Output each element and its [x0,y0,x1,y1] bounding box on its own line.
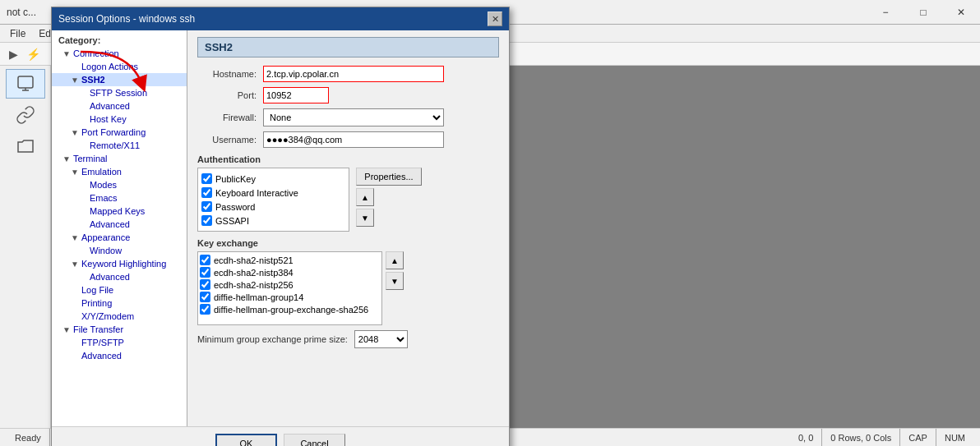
tree-label-terminal: Terminal [73,154,108,163]
tree-item-host-key[interactable]: Host Key [52,113,187,126]
ok-button[interactable]: OK [215,434,277,446]
auth-password: Password [201,200,345,214]
auth-publickey: PublicKey [201,172,345,186]
tree-item-port-forwarding[interactable]: ▼Port Forwarding [52,126,187,139]
toolbar-btn-2[interactable]: ⚡ [23,45,43,63]
status-rows-cols: 0 Rows, 0 Cols [822,429,900,446]
app-close-button[interactable]: ✕ [942,0,980,25]
keyex-nistp384-checkbox[interactable] [200,267,210,278]
keyex-nistp521-checkbox[interactable] [200,255,210,265]
tree-item-advanced-ft[interactable]: Advanced [52,349,187,362]
category-label: Category: [52,34,187,47]
keyex-nistp256-checkbox[interactable] [200,279,210,290]
auth-gssapi: GSSAPI [201,214,345,228]
app-title: not c... [7,7,36,18]
tree-toggle-keyword-highlighting: ▼ [68,260,81,269]
port-input[interactable] [263,87,329,103]
tree-item-xy-zmodem[interactable]: X/Y/Zmodem [52,310,187,323]
tree-label-window: Window [90,246,122,255]
keyex-dh-group14-checkbox[interactable] [200,292,210,302]
minimize-button[interactable]: − [867,0,904,25]
keyex-dh-group14: diffie-hellman-group14 [200,291,380,303]
tree-item-mapped-keys[interactable]: Mapped Keys [52,205,187,218]
tree-label-sftp-session: SFTP Session [90,88,147,98]
settings-panel: SSH2 Hostname: Port: Firewall: None User… [187,30,509,426]
svg-rect-0 [18,76,33,88]
folder-icon[interactable] [6,131,45,161]
toolbar-btn-1[interactable]: ▶ [3,45,23,63]
tree-label-connection: Connection [73,48,119,58]
tree-item-advanced-terminal[interactable]: Advanced [52,218,187,231]
tree-label-advanced-ft: Advanced [81,351,122,361]
scroll-down-button[interactable]: ▼ [356,209,374,227]
sessions-icon[interactable] [6,69,45,99]
tree-label-ftp-sftp: FTP/SFTP [81,338,124,347]
port-row: Port: [197,87,499,103]
authentication-title: Authentication [197,154,499,164]
tree-item-logon-actions[interactable]: Logon Actions [52,60,187,73]
tree-label-host-key: Host Key [90,114,127,124]
tree-item-keyword-highlighting[interactable]: ▼Keyword Highlighting [52,257,187,270]
tree-item-terminal[interactable]: ▼Terminal [52,152,187,165]
tree-item-file-transfer[interactable]: ▼File Transfer [52,323,187,336]
tree-item-printing[interactable]: Printing [52,297,187,310]
auth-keyboard-checkbox[interactable] [201,187,212,198]
hostname-row: Hostname: [197,66,499,82]
properties-button[interactable]: Properties... [356,168,422,186]
tree-label-advanced-ssh2: Advanced [90,101,130,111]
tree-label-advanced-keyword: Advanced [90,272,130,282]
tree-toggle-file-transfer: ▼ [60,325,73,334]
firewall-row: Firewall: None [197,108,499,126]
tree-item-modes[interactable]: Modes [52,178,187,191]
keyex-list: ecdh-sha2-nistp521 ecdh-sha2-nistp384 ec… [197,251,382,325]
keyex-scroll-down[interactable]: ▼ [386,272,404,290]
scroll-up-button[interactable]: ▲ [356,188,374,206]
hostname-label: Hostname: [197,69,263,79]
tree-toggle-terminal: ▼ [60,154,73,163]
tree-item-emacs[interactable]: Emacs [52,191,187,205]
auth-gssapi-checkbox[interactable] [201,215,212,226]
tree-toggle-connection: ▼ [60,49,73,58]
firewall-select[interactable]: None [263,108,444,126]
tree-item-ssh2[interactable]: ▼SSH2 [52,73,187,86]
menu-file[interactable]: File [3,26,32,41]
auth-password-checkbox[interactable] [201,201,212,212]
tree-item-window[interactable]: Window [52,244,187,257]
tree-toggle-ssh2: ▼ [68,76,81,85]
tree-label-modes: Modes [90,180,117,190]
tree-item-ftp-sftp[interactable]: FTP/SFTP [52,336,187,349]
prime-label: Minimum group exchange prime size: [197,334,348,344]
prime-select[interactable]: 2048 [354,330,408,348]
tree-label-log-file: Log File [81,285,113,295]
tree-label-appearance: Appearance [81,232,130,242]
auth-controls: Properties... ▲ ▼ [356,168,422,232]
tree-item-remote-x11[interactable]: Remote/X11 [52,139,187,152]
tree-item-sftp-session[interactable]: SFTP Session [52,86,187,99]
tree-item-connection[interactable]: ▼Connection [52,47,187,60]
tree-item-advanced-keyword[interactable]: Advanced [52,270,187,283]
tree-label-port-forwarding: Port Forwarding [81,127,146,137]
tree-item-advanced-ssh2[interactable]: Advanced [52,99,187,113]
username-input[interactable] [263,131,444,148]
tree-item-appearance[interactable]: ▼Appearance [52,231,187,244]
tree-item-emulation[interactable]: ▼Emulation [52,165,187,178]
cancel-button[interactable]: Cancel [284,434,345,446]
tree-label-xy-zmodem: X/Y/Zmodem [81,311,134,321]
maximize-button[interactable]: □ [904,0,942,25]
authentication-section: PublicKey Keyboard Interactive Password … [197,168,499,232]
tree-item-log-file[interactable]: Log File [52,283,187,297]
dialog-title: Session Options - windows ssh [58,13,195,25]
hostname-input[interactable] [263,66,444,82]
auth-publickey-checkbox[interactable] [201,173,212,184]
keyex-scroll-up[interactable]: ▲ [386,251,404,269]
auth-list: PublicKey Keyboard Interactive Password … [197,168,349,232]
tree-label-mapped-keys: Mapped Keys [90,206,145,216]
keyex-scroll-controls: ▲ ▼ [386,251,404,325]
keyex-nistp384: ecdh-sha2-nistp384 [200,266,380,278]
dialog-close-button[interactable]: ✕ [488,11,502,26]
link-icon[interactable] [6,100,45,130]
keyex-dh-group-exchange-checkbox[interactable] [200,304,210,315]
keyex-nistp256: ecdh-sha2-nistp256 [200,278,380,291]
key-exchange-section: Key exchange ecdh-sha2-nistp521 ecdh-sha… [197,238,499,348]
tree-label-keyword-highlighting: Keyword Highlighting [81,259,166,269]
